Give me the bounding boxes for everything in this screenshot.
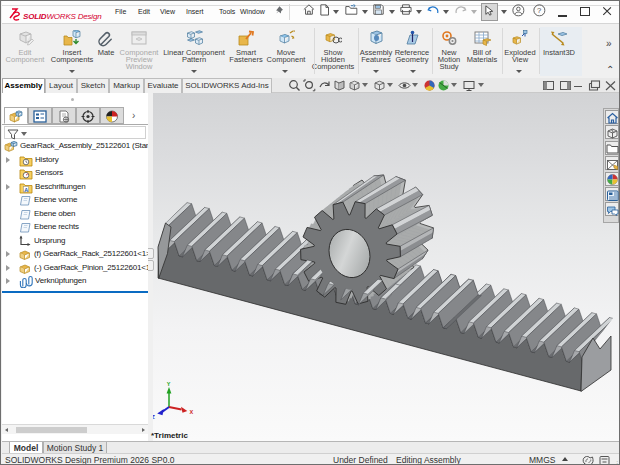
svg-text:X: X <box>190 409 194 415</box>
svg-text:SOLIDWORKS Design: SOLIDWORKS Design <box>23 12 102 21</box>
svg-text:A: A <box>24 187 28 193</box>
svg-text:Z: Z <box>153 414 156 420</box>
svg-text:?: ? <box>537 6 541 15</box>
svg-text:Y: Y <box>167 381 171 387</box>
